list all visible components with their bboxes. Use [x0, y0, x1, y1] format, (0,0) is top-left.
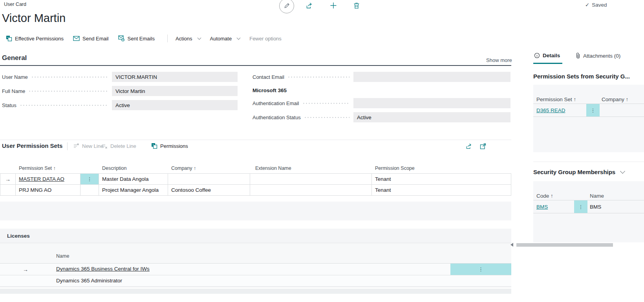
- permission-sets-part-heading: Permission Sets from Security G...: [533, 73, 630, 80]
- row-menu-cell[interactable]: [80, 185, 99, 195]
- page-title: Victor Martin: [2, 12, 66, 25]
- saved-label: Saved: [592, 2, 607, 8]
- table-row[interactable]: D365 READ ⋮: [533, 104, 644, 117]
- extension-name-cell[interactable]: [250, 174, 372, 184]
- share-button[interactable]: [305, 1, 314, 10]
- automate-label: Automate: [210, 36, 232, 42]
- full-name-label: Full Name: [2, 88, 25, 94]
- license-row[interactable]: Dynamics 365 Administrator: [0, 275, 511, 287]
- description-cell[interactable]: Project Manager Angola: [99, 185, 168, 195]
- col-company[interactable]: Company ↑: [168, 166, 250, 171]
- effective-permissions-button[interactable]: Effective Permissions: [6, 35, 64, 42]
- permission-set-cell[interactable]: PRJ MNG AO: [16, 185, 80, 195]
- table-row[interactable]: PRJ MNG AO Project Manager Angola Contos…: [0, 185, 511, 196]
- user-name-label: User Name: [2, 74, 28, 80]
- dotted-leader: [20, 105, 108, 106]
- contact-email-input[interactable]: [353, 72, 510, 82]
- user-name-field-row: User Name VICTOR.MARTIN: [2, 72, 238, 82]
- table-row[interactable]: → MASTER DATA AO ⋮ Master Data Angola Te…: [0, 174, 511, 185]
- send-email-label: Send Email: [82, 36, 108, 42]
- col-name[interactable]: Name: [587, 193, 644, 199]
- license-name[interactable]: Dynamics 365 Administrator: [56, 278, 122, 284]
- full-name-input[interactable]: Victor Martin: [112, 86, 238, 96]
- company-cell[interactable]: [600, 104, 644, 116]
- share-part-button[interactable]: [465, 142, 474, 151]
- dotted-leader: [28, 91, 108, 92]
- permissions-button[interactable]: Permissions: [151, 143, 188, 149]
- delete-button[interactable]: [352, 1, 361, 10]
- arrow-right-icon: →: [23, 266, 28, 273]
- factbox-horizontal-scrollbar[interactable]: [510, 242, 644, 247]
- actions-menu[interactable]: Actions: [176, 36, 201, 42]
- new-line-icon: [73, 143, 79, 149]
- permission-set-cell[interactable]: D365 READ: [533, 104, 586, 116]
- microsoft-365-subheading: Microsoft 365: [252, 87, 287, 93]
- sent-emails-label: Sent Emails: [128, 36, 155, 42]
- row-menu-button[interactable]: ⋮: [586, 104, 600, 116]
- col-description[interactable]: Description: [99, 166, 168, 171]
- share-icon: [466, 143, 473, 149]
- col-company[interactable]: Company ↑: [600, 96, 644, 102]
- show-more-link[interactable]: Show more: [486, 57, 512, 63]
- table-row[interactable]: BMS ⋮ BMS: [533, 200, 644, 213]
- extension-name-cell[interactable]: [250, 185, 372, 195]
- permission-scope-cell[interactable]: Tenant: [372, 185, 511, 195]
- breadcrumb[interactable]: User Card: [4, 2, 26, 7]
- send-email-button[interactable]: Send Email: [73, 36, 108, 42]
- chevron-down-icon: [237, 36, 241, 40]
- automate-menu[interactable]: Automate: [210, 36, 240, 42]
- sent-emails-icon: [118, 35, 125, 42]
- ribbon-divider: [167, 35, 168, 42]
- details-tab-label: Details: [543, 53, 560, 58]
- col-permission-set[interactable]: Permission Set ↑: [533, 96, 600, 102]
- license-row[interactable]: → Dynamics 365 Business Central for IWs …: [0, 264, 511, 275]
- code-cell[interactable]: BMS: [533, 200, 574, 213]
- status-field-row: Status Active: [2, 100, 238, 110]
- name-cell[interactable]: BMS: [587, 200, 644, 213]
- col-permission-scope[interactable]: Permission Scope: [372, 166, 511, 171]
- row-menu-button[interactable]: ⋮: [80, 174, 99, 184]
- company-cell[interactable]: [168, 174, 250, 184]
- info-icon: [534, 53, 540, 58]
- auth-email-input[interactable]: [353, 98, 510, 108]
- scroll-left-arrow-icon[interactable]: [510, 243, 513, 247]
- general-heading[interactable]: General: [2, 54, 27, 62]
- row-menu-button[interactable]: ⋮: [450, 264, 511, 275]
- auth-status-input[interactable]: Active: [353, 112, 510, 122]
- edit-button[interactable]: [279, 0, 294, 13]
- permission-scope-cell[interactable]: Tenant: [372, 174, 511, 184]
- status-input[interactable]: Active: [112, 100, 238, 110]
- toolbar-divider: [67, 142, 68, 150]
- open-in-new-button[interactable]: [479, 142, 487, 151]
- delete-line-button[interactable]: Delete Line: [101, 143, 136, 149]
- permission-set-cell[interactable]: MASTER DATA AO: [16, 174, 80, 184]
- row-menu-button[interactable]: ⋮: [574, 200, 587, 213]
- new-button[interactable]: [329, 1, 338, 10]
- sent-emails-button[interactable]: Sent Emails: [118, 35, 155, 42]
- dotted-leader: [287, 76, 349, 78]
- user-name-input[interactable]: VICTOR.MARTIN: [112, 72, 238, 82]
- licenses-header-band[interactable]: Licenses: [0, 229, 511, 243]
- scrollbar-thumb[interactable]: [516, 243, 613, 247]
- part-divider: [533, 162, 644, 162]
- fewer-options-button[interactable]: Fewer options: [249, 36, 282, 42]
- actions-label: Actions: [176, 36, 192, 42]
- col-code[interactable]: Code ↑: [533, 193, 587, 199]
- attachments-tab-label: Attachments (0): [583, 53, 620, 59]
- paperclip-icon: [576, 53, 580, 59]
- company-cell[interactable]: Contosoo Coffee: [168, 185, 250, 195]
- col-name[interactable]: Name: [53, 253, 72, 259]
- user-permission-sets-heading[interactable]: User Permission Sets: [2, 142, 62, 149]
- col-extension-name[interactable]: Extension Name: [250, 166, 372, 171]
- tab-attachments[interactable]: Attachments (0): [576, 53, 620, 59]
- tab-details[interactable]: Details: [534, 53, 560, 58]
- share-icon: [306, 2, 313, 9]
- col-permission-set[interactable]: Permission Set ↑: [16, 166, 99, 171]
- row-indicator: →: [0, 174, 16, 184]
- auth-email-field-row: Authentication Email: [252, 98, 510, 108]
- new-line-button[interactable]: New Line: [73, 143, 103, 149]
- effective-permissions-label: Effective Permissions: [15, 36, 64, 42]
- security-groups-heading-row[interactable]: Security Group Memberships: [533, 169, 624, 175]
- license-link[interactable]: Dynamics 365 Business Central for IWs: [56, 266, 150, 272]
- description-cell[interactable]: Master Data Angola: [99, 174, 168, 184]
